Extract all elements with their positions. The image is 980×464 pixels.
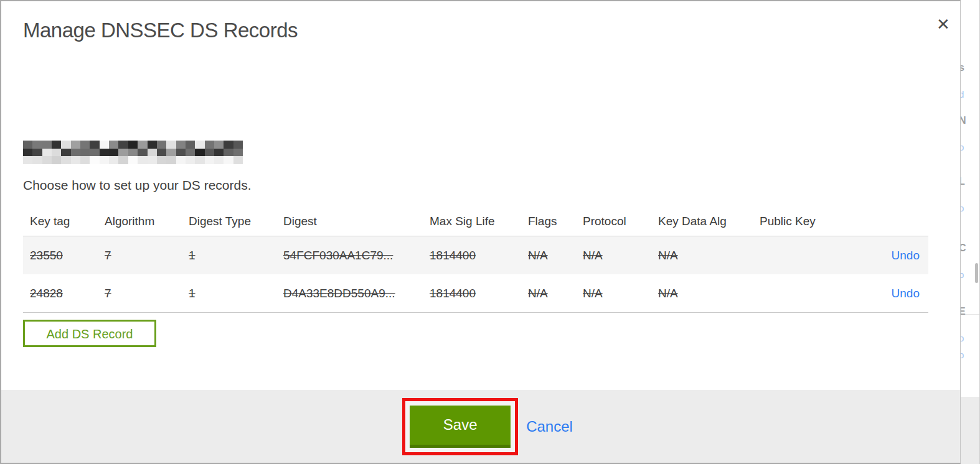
table-cell: N/A [521,249,576,262]
screen: Manage DNSSEC DS Records ✕ Choose how to… [0,0,980,464]
action-cell: Undo [840,249,928,262]
redaction-pixel [118,141,128,149]
footer-actions: Save Cancel [402,398,573,455]
column-header: Protocol [576,215,651,228]
manage-dnssec-modal: Manage DNSSEC DS Records ✕ Choose how to… [0,0,961,464]
redaction-pixel [90,149,99,157]
redaction-pixel [109,156,118,164]
redaction-pixel [195,149,204,157]
redaction-pixel [100,149,109,157]
redaction-pixel [52,141,61,149]
background-text-fragment: C [961,243,966,254]
redaction-pixel [233,149,243,157]
redaction-pixel [80,149,90,157]
redaction-pixel [224,156,233,164]
cancel-link[interactable]: Cancel [526,418,573,435]
redaction-pixel [42,141,52,149]
table-cell: N/A [576,287,651,300]
background-text-fragment: L [961,176,965,187]
modal-title: Manage DNSSEC DS Records [23,19,298,42]
redaction-pixel [224,141,233,149]
redaction-pixel [186,141,195,149]
column-header: Max Sig Life [423,215,521,228]
background-footer-area [961,397,979,464]
redaction-pixel [80,156,90,164]
table-cell: 1814400 [423,287,521,300]
redaction-pixel [61,156,70,164]
redaction-pixel [176,156,186,164]
redaction-pixel [224,149,233,157]
redaction-pixel [166,156,176,164]
redaction-pixel [80,141,90,149]
table-cell: N/A [651,249,753,262]
redaction-pixel [61,149,70,157]
table-cell: 1 [182,287,276,300]
undo-link[interactable]: Undo [892,287,920,300]
redaction-pixel [118,149,128,157]
redaction-pixel [186,156,195,164]
redaction-pixel [157,149,166,157]
action-cell: Undo [840,287,928,300]
table-cell: 1814400 [423,249,521,262]
table-cell: 23550 [23,249,98,262]
scrollbar-thumb[interactable] [975,263,978,283]
column-header: Algorithm [98,215,182,228]
redaction-pixel [23,156,32,164]
table-cell: 1 [182,249,276,262]
redaction-pixel [71,149,80,157]
table-cell: N/A [651,287,753,300]
background-text-fragment: E [961,306,966,317]
table-cell: N/A [576,249,651,262]
redaction-pixel [71,156,80,164]
redaction-pixel [118,156,128,164]
redaction-pixel [100,141,109,149]
redaction-pixel [52,156,61,164]
redaction-pixel [109,141,118,149]
background-text-fragment: o [961,142,964,152]
column-header: Public Key [753,215,840,228]
redaction-pixel [71,141,80,149]
table-cell: N/A [521,287,576,300]
redacted-domain-name [23,141,243,164]
redaction-pixel [157,156,166,164]
background-text-fragment: o [961,203,964,213]
redaction-pixel [90,141,99,149]
redaction-pixel [148,156,157,164]
redaction-pixel [205,141,214,149]
background-text-fragment: o [961,333,964,343]
redaction-pixel [90,156,99,164]
ds-records-table: Key tagAlgorithmDigest TypeDigestMax Sig… [23,207,928,313]
background-text-fragment: d [961,89,964,100]
table-cell: 7 [98,287,182,300]
redaction-pixel [233,141,243,149]
column-header: Digest [276,215,423,228]
column-header: Key Data Alg [651,215,753,228]
instruction-text: Choose how to set up your DS records. [23,178,252,193]
redaction-pixel [138,141,147,149]
close-icon[interactable]: ✕ [933,14,954,35]
column-header: Digest Type [182,215,276,228]
redaction-pixel [32,156,42,164]
save-button[interactable]: Save [410,406,511,448]
redaction-pixel [148,141,157,149]
modal-footer: Save Cancel [1,390,960,463]
table-cell: 24828 [23,287,98,300]
redaction-pixel [176,141,186,149]
redaction-pixel [138,156,147,164]
redaction-pixel [214,141,224,149]
table-cell: 54FCF030AA1C79... [276,249,423,262]
add-ds-record-button[interactable]: Add DS Record [23,320,156,347]
redaction-pixel [100,156,109,164]
redaction-pixel [186,149,195,157]
redaction-pixel [214,149,224,157]
table-row: 235507154FCF030AA1C79...1814400N/AN/AN/A… [23,236,928,274]
redaction-pixel [195,141,204,149]
redaction-pixel [138,149,147,157]
background-text-fragment: s [961,62,964,73]
redaction-pixel [166,149,176,157]
table-header-row: Key tagAlgorithmDigest TypeDigestMax Sig… [23,207,928,236]
undo-link[interactable]: Undo [892,249,920,262]
redaction-pixel [23,141,32,149]
redaction-pixel [52,149,61,157]
redaction-pixel [128,149,138,157]
